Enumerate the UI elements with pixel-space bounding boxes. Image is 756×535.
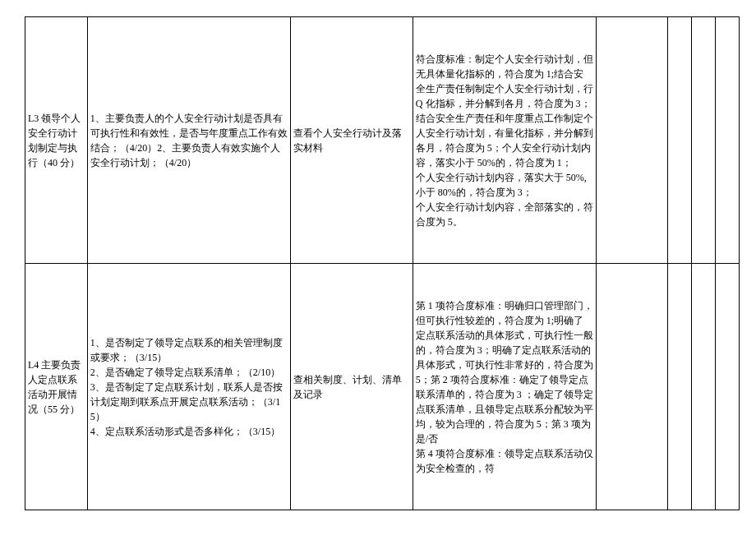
blank-cell [691, 264, 715, 510]
item-id-cell: L4 主要负责人定点联系活动开展情况（55 分） [25, 264, 88, 510]
item-id-cell: L3 领导个人安全行动计划制定与执行（40 分） [25, 17, 88, 264]
method-cell: 查看个人安全行动计及落实材料 [291, 17, 413, 264]
method-cell: 查相关制度、计划、清单及记录 [291, 264, 413, 510]
standard-cell: 符合度标准：制定个人安全行动计划，但无具体量化指标的，符合度为 1;结合安全生产… [413, 17, 596, 264]
blank-cell [691, 17, 715, 264]
blank-cell [667, 17, 691, 264]
blank-cell [667, 264, 691, 510]
table-row: L3 领导个人安全行动计划制定与执行（40 分） 1、主要负责人的个人安全行动计… [25, 17, 740, 264]
blank-cell [715, 17, 739, 264]
blank-cell [715, 264, 739, 510]
content-cell: 1、主要负责人的个人安全行动计划是否具有可执行性和有效性，是否与年度重点工作有效… [87, 17, 291, 264]
table-row: L4 主要负责人定点联系活动开展情况（55 分） 1、是否制定了领导定点联系的相… [25, 264, 740, 510]
blank-cell [596, 17, 667, 264]
blank-cell [596, 264, 667, 510]
standard-cell: 第 1 项符合度标准：明确归口管理部门，但可执行性较差的，符合度为 1;明确了定… [413, 264, 596, 510]
audit-table: L3 领导个人安全行动计划制定与执行（40 分） 1、主要负责人的个人安全行动计… [25, 16, 740, 510]
content-cell: 1、是否制定了领导定点联系的相关管理制度或要求；（3/15）2、是否确定了领导定… [87, 264, 291, 510]
